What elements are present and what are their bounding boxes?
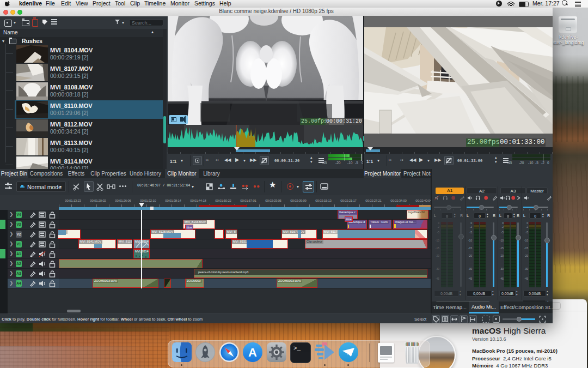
svg-text:A: A	[248, 346, 257, 359]
